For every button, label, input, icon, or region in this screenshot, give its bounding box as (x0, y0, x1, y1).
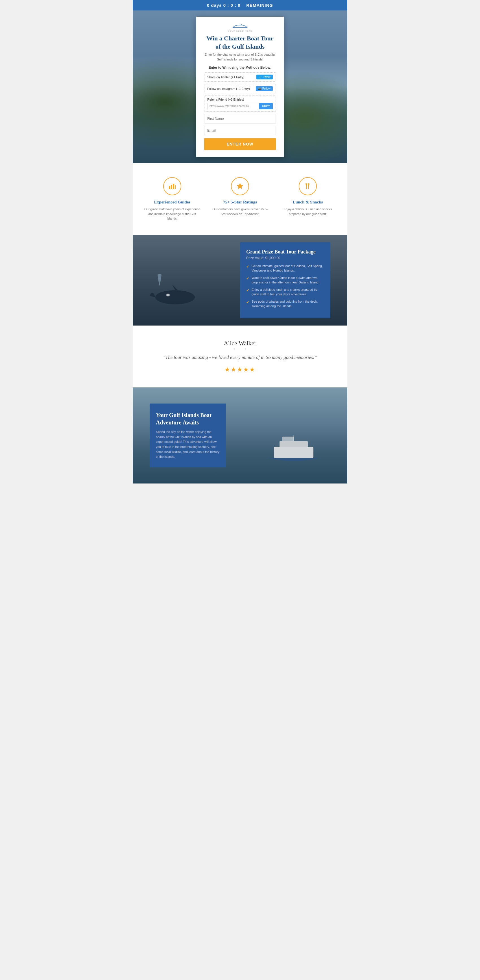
prize-item-4: ✔ See pods of whales and dolphins from t… (246, 299, 324, 309)
first-name-input[interactable] (204, 114, 276, 124)
prize-item-2: ✔ Want to cool down? Jump in for a swim … (246, 276, 324, 285)
twitter-entry-label: Share on Twitter (+1 Entry) (207, 75, 244, 79)
svg-rect-12 (274, 447, 314, 458)
svg-rect-13 (280, 441, 308, 447)
city-guides-icon (168, 182, 176, 190)
svg-point-10 (155, 290, 195, 304)
feature-ratings: 75+ 5-Star Ratings Our customers have gi… (212, 177, 268, 216)
svg-rect-1 (169, 186, 170, 189)
svg-rect-3 (173, 184, 174, 189)
fork-knife-icon (304, 182, 312, 190)
svg-rect-2 (171, 185, 172, 189)
adventure-desc: Spend the day on the water enjoying the … (156, 430, 220, 460)
copy-button[interactable]: COPY (259, 103, 273, 109)
feature-guides: Experienced Guides Our guide staff have … (144, 177, 200, 221)
countdown-timer: 0 days 0 : 0 : 0 (207, 3, 241, 8)
referral-link-input[interactable] (207, 103, 258, 109)
lunch-desc: Enjoy a delicious lunch and snacks prepa… (280, 207, 336, 216)
contest-card: YOUR LOGO HERE Win a Charter Boat Tour o… (196, 17, 284, 157)
star-icon (236, 182, 244, 190)
adventure-title: Your Gulf Islands Boat Adventure Awaits (156, 412, 220, 426)
prize-item-3: ✔ Enjoy a delicious lunch and snacks pre… (246, 288, 324, 297)
countdown-bar: 0 days 0 : 0 : 0 REMAINING (133, 0, 347, 10)
testimonial-section: Alice Walker "The tour was amazing - we … (133, 326, 347, 388)
contest-subtitle: Enter for the chance to win a tour of B.… (204, 52, 276, 62)
entry-methods-title: Enter to Win using the Methods Below: (204, 65, 276, 70)
water-spray-icon (155, 272, 164, 286)
guides-desc: Our guide staff have years of experience… (144, 207, 200, 221)
instagram-entry-label: Follow on Instagram (+1 Entry) (207, 87, 250, 91)
testimonial-name: Alice Walker (144, 340, 336, 347)
prize-title: Grand Prize Boat Tour Package (246, 249, 324, 255)
boat-icon (263, 433, 325, 466)
testimonial-stars: ★★★★★ (144, 366, 336, 373)
referral-entry-label: Refer a Friend (+3 Entries) (207, 98, 244, 101)
guides-title: Experienced Guides (144, 200, 200, 205)
tweet-button[interactable]: 🐦 Tweet (257, 75, 273, 80)
adventure-card: Your Gulf Islands Boat Adventure Awaits … (150, 404, 226, 468)
testimonial-divider (234, 349, 246, 349)
adventure-section: Your Gulf Islands Boat Adventure Awaits … (133, 387, 347, 484)
svg-marker-5 (237, 183, 243, 189)
instagram-icon: 📷 (258, 87, 261, 90)
check-icon-2: ✔ (246, 276, 249, 282)
referral-row: COPY (207, 103, 273, 109)
lunch-icon-circle (299, 177, 317, 195)
ratings-icon-circle (231, 177, 249, 195)
check-icon-4: ✔ (246, 300, 249, 305)
twitter-entry-method: Share on Twitter (+1 Entry) 🐦 Tweet (204, 72, 276, 82)
ratings-desc: Our customers have given us over 75 5-St… (212, 207, 268, 216)
email-input[interactable] (204, 126, 276, 135)
logo-text: YOUR LOGO HERE (204, 30, 276, 32)
logo-boat-icon (231, 24, 249, 29)
follow-button[interactable]: 📷 Follow (256, 86, 273, 91)
guides-icon-circle (163, 177, 181, 195)
countdown-remaining-label: REMAINING (246, 3, 273, 8)
feature-lunch: Lunch & Snacks Enjoy a delicious lunch a… (280, 177, 336, 216)
enter-now-button[interactable]: ENTER NOW (204, 138, 276, 150)
ratings-title: 75+ 5-Star Ratings (212, 200, 268, 205)
contest-title: Win a Charter Boat Tour of the Gulf Isla… (204, 35, 276, 51)
check-icon-3: ✔ (246, 288, 249, 293)
prize-item-1: ✔ Get an intimate, guided tour of Galian… (246, 264, 324, 273)
testimonial-quote: "The tour was amazing - we loved every m… (144, 354, 336, 361)
referral-entry-method: Refer a Friend (+3 Entries) COPY (204, 95, 276, 111)
instagram-entry-method: Follow on Instagram (+1 Entry) 📷 Follow (204, 84, 276, 93)
twitter-bird-icon: 🐦 (259, 75, 262, 78)
features-section: Experienced Guides Our guide staff have … (133, 163, 347, 235)
check-icon-1: ✔ (246, 264, 249, 270)
lunch-title: Lunch & Snacks (280, 200, 336, 205)
svg-rect-4 (175, 185, 176, 189)
prize-card: Grand Prize Boat Tour Package Prize Valu… (240, 242, 330, 318)
svg-rect-15 (282, 437, 294, 441)
hero-section: YOUR LOGO HERE Win a Charter Boat Tour o… (133, 10, 347, 163)
prize-section: Grand Prize Boat Tour Package Prize Valu… (133, 235, 347, 326)
svg-point-11 (166, 294, 170, 296)
prize-value: Prize Value: $1,000.00 (246, 256, 324, 260)
logo-area: YOUR LOGO HERE (204, 24, 276, 32)
